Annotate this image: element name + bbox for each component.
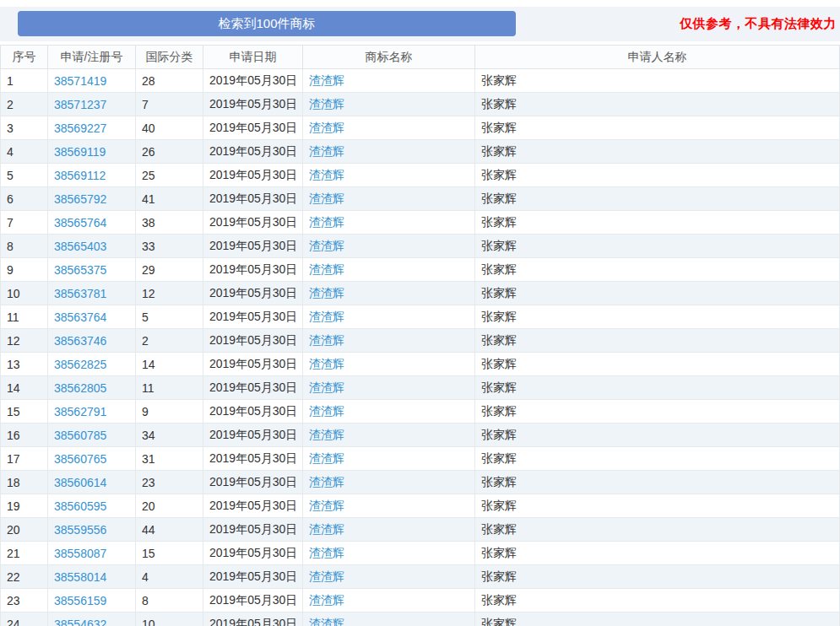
registration-number-link[interactable]: 38563781 <box>54 287 106 300</box>
cell-date: 2019年05月30日 <box>203 400 303 424</box>
cell-no: 5 <box>1 164 48 187</box>
registration-number-link[interactable]: 38569227 <box>54 121 106 135</box>
table-row: 223855801442019年05月30日渣渣辉张家辉 <box>1 565 840 589</box>
cell-trademark: 渣渣辉 <box>303 542 475 565</box>
trademark-name-link[interactable]: 渣渣辉 <box>309 121 344 134</box>
cell-reg_no: 38563764 <box>48 305 136 329</box>
trademark-name-link[interactable]: 渣渣辉 <box>309 239 344 252</box>
cell-reg_no: 38559556 <box>48 518 136 542</box>
cell-date: 2019年05月30日 <box>203 613 303 626</box>
cell-no: 13 <box>1 353 48 376</box>
cell-no: 15 <box>1 400 48 424</box>
registration-number-link[interactable]: 38571419 <box>54 74 106 88</box>
cell-date: 2019年05月30日 <box>203 93 303 116</box>
registration-number-link[interactable]: 38565764 <box>54 216 106 229</box>
trademark-name-link[interactable]: 渣渣辉 <box>309 569 344 583</box>
cell-trademark: 渣渣辉 <box>303 518 475 542</box>
cell-no: 8 <box>1 235 48 258</box>
cell-reg_no: 38560765 <box>48 447 136 471</box>
registration-number-link[interactable]: 38569119 <box>54 145 106 159</box>
registration-number-link[interactable]: 38571237 <box>54 98 106 111</box>
registration-number-link[interactable]: 38560765 <box>54 452 106 466</box>
cell-no: 24 <box>1 613 48 626</box>
registration-number-link[interactable]: 38565403 <box>54 240 106 253</box>
cell-no: 10 <box>1 282 48 305</box>
registration-number-link[interactable]: 38569112 <box>54 169 106 182</box>
table-row: 1938560595202019年05月30日渣渣辉张家辉 <box>1 494 840 518</box>
cell-no: 7 <box>1 211 48 235</box>
trademark-name-link[interactable]: 渣渣辉 <box>309 310 344 323</box>
registration-number-link[interactable]: 38556159 <box>54 594 106 607</box>
registration-number-link[interactable]: 38565792 <box>54 192 106 206</box>
cell-intl_class: 28 <box>136 69 203 93</box>
registration-number-link[interactable]: 38562805 <box>54 381 106 395</box>
cell-reg_no: 38562791 <box>48 400 136 424</box>
cell-intl_class: 4 <box>136 565 203 589</box>
trademark-name-link[interactable]: 渣渣辉 <box>309 404 344 418</box>
trademark-name-link[interactable]: 渣渣辉 <box>309 357 344 370</box>
table-row: 1038563781122019年05月30日渣渣辉张家辉 <box>1 282 840 305</box>
results-topbar: 检索到100件商标 仅供参考，不具有法律效力 <box>0 7 840 41</box>
trademark-name-link[interactable]: 渣渣辉 <box>309 380 344 394</box>
trademark-name-link[interactable]: 渣渣辉 <box>309 333 344 347</box>
cell-reg_no: 38562805 <box>48 376 136 400</box>
trademark-name-link[interactable]: 渣渣辉 <box>309 593 344 607</box>
trademark-name-link[interactable]: 渣渣辉 <box>309 546 344 559</box>
registration-number-link[interactable]: 38554632 <box>54 618 106 626</box>
cell-date: 2019年05月30日 <box>203 329 303 353</box>
trademark-name-link[interactable]: 渣渣辉 <box>309 286 344 300</box>
trademark-name-link[interactable]: 渣渣辉 <box>309 428 344 441</box>
cell-applicant: 张家辉 <box>475 140 840 164</box>
table-row: 123856374622019年05月30日渣渣辉张家辉 <box>1 329 840 353</box>
trademark-name-link[interactable]: 渣渣辉 <box>309 97 344 111</box>
registration-number-link[interactable]: 38558087 <box>54 547 106 560</box>
registration-number-link[interactable]: 38562791 <box>54 405 106 418</box>
trademark-name-link[interactable]: 渣渣辉 <box>309 522 344 536</box>
cell-trademark: 渣渣辉 <box>303 424 475 447</box>
trademark-name-link[interactable]: 渣渣辉 <box>309 475 344 488</box>
registration-number-link[interactable]: 38565375 <box>54 263 106 277</box>
column-header-trademark: 商标名称 <box>303 46 475 69</box>
cell-intl_class: 40 <box>136 116 203 140</box>
cell-no: 9 <box>1 258 48 282</box>
table-row: 738565764382019年05月30日渣渣辉张家辉 <box>1 211 840 235</box>
table-row: 153856279192019年05月30日渣渣辉张家辉 <box>1 400 840 424</box>
registration-number-link[interactable]: 38563764 <box>54 310 106 324</box>
table-row: 2138558087152019年05月30日渣渣辉张家辉 <box>1 542 840 565</box>
cell-date: 2019年05月30日 <box>203 258 303 282</box>
trademark-name-link[interactable]: 渣渣辉 <box>309 73 344 87</box>
registration-number-link[interactable]: 38560614 <box>54 476 106 489</box>
column-header-reg_no: 申请/注册号 <box>48 46 136 69</box>
trademark-name-link[interactable]: 渣渣辉 <box>309 262 344 276</box>
registration-number-link[interactable]: 38560785 <box>54 429 106 442</box>
registration-number-link[interactable]: 38558014 <box>54 570 106 584</box>
column-header-applicant: 申请人名称 <box>475 46 840 69</box>
trademark-name-link[interactable]: 渣渣辉 <box>309 144 344 158</box>
cell-applicant: 张家辉 <box>475 494 840 518</box>
cell-intl_class: 9 <box>136 400 203 424</box>
cell-no: 16 <box>1 424 48 447</box>
registration-number-link[interactable]: 38560595 <box>54 499 106 513</box>
cell-trademark: 渣渣辉 <box>303 211 475 235</box>
cell-intl_class: 20 <box>136 494 203 518</box>
trademark-name-link[interactable]: 渣渣辉 <box>309 192 344 205</box>
cell-applicant: 张家辉 <box>475 471 840 494</box>
cell-intl_class: 44 <box>136 518 203 542</box>
cell-applicant: 张家辉 <box>475 93 840 116</box>
result-count-button[interactable]: 检索到100件商标 <box>18 11 516 36</box>
registration-number-link[interactable]: 38562825 <box>54 358 106 371</box>
trademark-name-link[interactable]: 渣渣辉 <box>309 617 344 626</box>
cell-no: 20 <box>1 518 48 542</box>
table-row: 1738560765312019年05月30日渣渣辉张家辉 <box>1 447 840 471</box>
cell-applicant: 张家辉 <box>475 589 840 613</box>
cell-date: 2019年05月30日 <box>203 447 303 471</box>
trademark-name-link[interactable]: 渣渣辉 <box>309 168 344 181</box>
registration-number-link[interactable]: 38563746 <box>54 334 106 348</box>
trademark-name-link[interactable]: 渣渣辉 <box>309 451 344 465</box>
trademark-name-link[interactable]: 渣渣辉 <box>309 215 344 229</box>
registration-number-link[interactable]: 38559556 <box>54 523 106 537</box>
table-row: 1838560614232019年05月30日渣渣辉张家辉 <box>1 471 840 494</box>
cell-no: 14 <box>1 376 48 400</box>
table-row: 113856376452019年05月30日渣渣辉张家辉 <box>1 305 840 329</box>
trademark-name-link[interactable]: 渣渣辉 <box>309 499 344 512</box>
